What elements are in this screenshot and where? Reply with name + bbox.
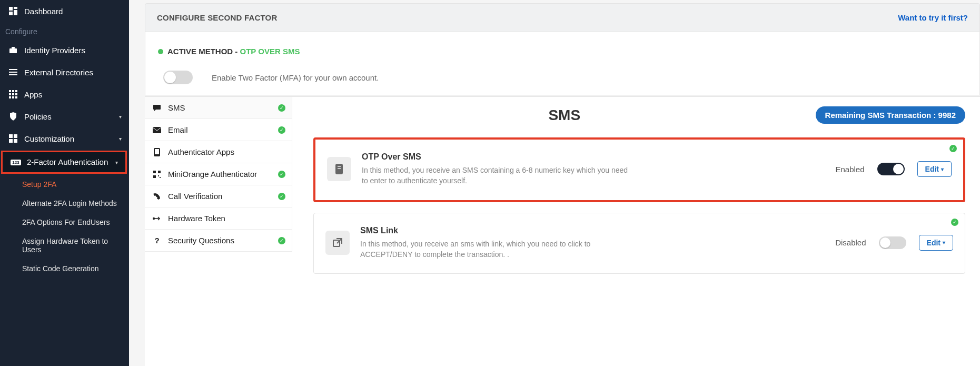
svg-rect-6 xyxy=(9,69,17,70)
panel-header: CONFIGURE SECOND FACTOR Want to try it f… xyxy=(145,3,980,32)
active-method-label-text: ACTIVE METHOD - xyxy=(167,47,240,56)
envelope-icon xyxy=(152,127,162,133)
svg-rect-19 xyxy=(14,134,17,138)
svg-rect-25 xyxy=(153,171,156,173)
active-dot-icon xyxy=(158,49,163,54)
customize-icon xyxy=(8,134,18,143)
status-text: Disabled xyxy=(835,238,866,247)
enable-own-account-toggle[interactable] xyxy=(163,71,193,84)
question-icon: ? xyxy=(152,236,162,245)
sidebar-sub-endusers[interactable]: 2FA Options For EndUsers xyxy=(0,213,129,232)
method-title: OTP Over SMS xyxy=(362,152,825,162)
phone-icon xyxy=(152,148,162,156)
svg-rect-0 xyxy=(9,7,13,11)
chevron-down-icon: ▾ xyxy=(115,160,118,165)
enable-sms-link-toggle[interactable] xyxy=(879,236,906,249)
enable-otp-sms-toggle[interactable] xyxy=(877,163,905,175)
method-card-sms-link: ✓ SMS Link In this method, you receive a… xyxy=(313,213,965,274)
tab-security-questions[interactable]: ? Security Questions ✓ xyxy=(145,230,292,252)
tab-sms[interactable]: SMS ✓ xyxy=(145,97,292,119)
tab-hardware[interactable]: Hardware Token xyxy=(145,207,292,230)
check-icon: ✓ xyxy=(951,219,958,226)
chat-icon xyxy=(152,104,162,112)
svg-rect-14 xyxy=(15,93,17,95)
content-column: SMS Remaining SMS Transaction : 9982 ✓ O… xyxy=(292,97,980,366)
try-it-first-link[interactable]: Want to try it first? xyxy=(898,13,968,22)
tab-email[interactable]: Email ✓ xyxy=(145,119,292,141)
sidebar-label: 2-Factor Authentication xyxy=(27,157,108,166)
svg-rect-5 xyxy=(12,47,15,48)
method-info: OTP Over SMS In this method, you receive… xyxy=(362,152,825,186)
chevron-down-icon: ▾ xyxy=(119,136,122,142)
svg-point-30 xyxy=(153,217,155,219)
usb-icon xyxy=(152,216,162,221)
svg-rect-12 xyxy=(9,93,11,95)
tab-label: Hardware Token xyxy=(168,214,225,223)
active-method-row: ACTIVE METHOD - OTP OVER SMS xyxy=(158,47,967,56)
check-icon: ✓ xyxy=(278,104,285,112)
tab-label: Authenticator Apps xyxy=(168,147,234,156)
svg-rect-27 xyxy=(153,175,156,178)
svg-rect-2 xyxy=(14,10,17,15)
card-right: Disabled Edit ▾ xyxy=(835,235,953,251)
sidebar-item-policies[interactable]: Policies ▾ xyxy=(0,105,129,127)
svg-rect-29 xyxy=(160,177,161,178)
sidebar-item-2fa[interactable]: 123 2-Factor Authentication ▾ xyxy=(3,152,125,172)
svg-rect-24 xyxy=(155,149,159,154)
edit-otp-sms-button[interactable]: Edit ▾ xyxy=(917,161,952,177)
tab-call[interactable]: Call Verification ✓ xyxy=(145,185,292,207)
apps-icon xyxy=(8,90,18,99)
chevron-down-icon: ▾ xyxy=(119,114,122,120)
svg-rect-10 xyxy=(12,90,14,92)
sidebar-item-apps[interactable]: Apps xyxy=(0,83,129,105)
tab-label: MiniOrange Authenticator xyxy=(168,170,257,179)
method-title: SMS Link xyxy=(360,226,825,235)
svg-rect-13 xyxy=(12,93,14,95)
svg-rect-17 xyxy=(15,96,17,98)
qr-icon xyxy=(152,171,162,178)
sidebar-sub-assign-hw[interactable]: Assign Hardware Token to Users xyxy=(0,232,129,259)
enable-own-account-row: Enable Two Factor (MFA) for your own acc… xyxy=(158,71,967,84)
tab-label: Security Questions xyxy=(168,236,234,245)
check-icon: ✓ xyxy=(278,237,285,244)
tab-label: SMS xyxy=(168,103,185,112)
otp-badge-icon: 123 xyxy=(11,157,21,167)
sidebar-sub-static-codes[interactable]: Static Code Generation xyxy=(0,259,129,278)
active-method-label: ACTIVE METHOD - OTP OVER SMS xyxy=(167,47,300,56)
sidebar-item-dashboard[interactable]: Dashboard xyxy=(0,0,129,22)
sidebar-sub-setup-2fa[interactable]: Setup 2FA xyxy=(0,175,129,194)
shield-icon xyxy=(8,112,18,121)
svg-rect-16 xyxy=(12,96,14,98)
method-info: SMS Link In this method, you receive an … xyxy=(360,226,825,260)
active-method-value: OTP OVER SMS xyxy=(240,47,300,56)
sidebar-item-external-directories[interactable]: External Directories xyxy=(0,61,129,83)
check-icon: ✓ xyxy=(278,171,285,178)
tab-miniorange[interactable]: MiniOrange Authenticator ✓ xyxy=(145,163,292,185)
sidebar-label: External Directories xyxy=(24,68,93,77)
edit-sms-link-button[interactable]: Edit ▾ xyxy=(919,235,953,251)
sidebar-item-customization[interactable]: Customization ▾ xyxy=(0,127,129,150)
card-right: Enabled Edit ▾ xyxy=(835,161,952,177)
tab-label: Call Verification xyxy=(168,192,222,201)
briefcase-icon xyxy=(8,45,18,55)
svg-rect-26 xyxy=(158,171,161,173)
tab-auth-apps[interactable]: Authenticator Apps xyxy=(145,141,292,163)
sidebar-label: Customization xyxy=(24,134,74,143)
svg-rect-21 xyxy=(14,139,17,143)
method-description: In this method, you receive an SMS conta… xyxy=(362,165,636,186)
enable-own-account-text: Enable Two Factor (MFA) for your own acc… xyxy=(212,73,379,82)
sidebar-item-identity-providers[interactable]: Identity Providers xyxy=(0,39,129,61)
call-icon xyxy=(152,193,162,200)
edit-label: Edit xyxy=(925,165,939,173)
content-header: SMS Remaining SMS Transaction : 9982 xyxy=(313,106,965,124)
method-tabs: SMS ✓ Email ✓ Authenticator Apps xyxy=(145,97,292,366)
sidebar-sub-alternate-methods[interactable]: Alternate 2FA Login Methods xyxy=(0,194,129,213)
check-icon: ✓ xyxy=(949,145,957,152)
page-title: CONFIGURE SECOND FACTOR xyxy=(157,13,278,22)
method-description: In this method, you receive an sms with … xyxy=(360,239,634,260)
svg-rect-15 xyxy=(9,96,11,98)
check-icon: ✓ xyxy=(278,193,285,200)
sidebar-label: Policies xyxy=(24,112,52,121)
svg-rect-20 xyxy=(9,139,13,143)
sidebar-highlight-2fa: 123 2-Factor Authentication ▾ xyxy=(1,151,127,174)
